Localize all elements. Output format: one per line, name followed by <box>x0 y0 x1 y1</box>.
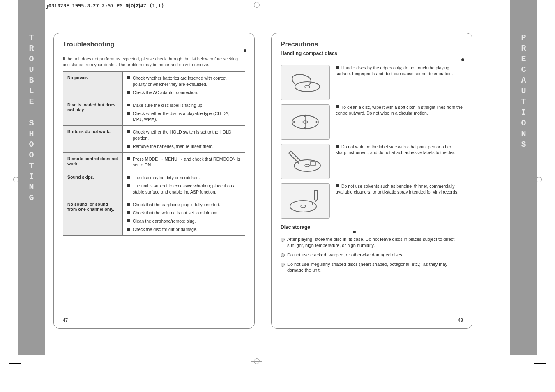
registration-mark-icon <box>252 0 261 9</box>
intro-text: If the unit does not perform as expected… <box>63 56 245 67</box>
remedy-item: Check the AC adaptor connection. <box>127 90 241 95</box>
remedy-item: Check that the volume is not set to mini… <box>127 210 241 216</box>
svg-point-5 <box>305 164 310 167</box>
manual-page-left: Troubleshooting If the unit does not per… <box>53 33 255 329</box>
table-cell-symptom: Remote control does not work. <box>63 152 123 171</box>
troubleshooting-table: No power. Check whether batteries are in… <box>63 71 245 236</box>
storage-item: Do not use cracked, warped, or otherwise… <box>281 252 463 258</box>
remedy-item: Clean the earphone/remote plug. <box>127 218 241 224</box>
remedy-item: Check the disc for dirt or damage. <box>127 226 241 232</box>
precaution-text: Do not write on the label side with a ba… <box>336 144 463 179</box>
registration-mark-icon <box>252 357 261 366</box>
section-tab-label: TROUBLE SHOOTING <box>27 33 36 204</box>
remedy-item: Make sure the disc label is facing up. <box>127 102 241 108</box>
svg-point-8 <box>301 205 306 208</box>
remedy-item: Remove the batteries, then re-insert the… <box>127 143 241 149</box>
storage-list: After playing, store the disc in its cas… <box>281 236 463 273</box>
svg-rect-6 <box>310 162 316 165</box>
storage-item: Do not use irregularly shaped discs (hea… <box>281 261 463 274</box>
precaution-row: To clean a disc, wipe it with a soft clo… <box>281 104 463 140</box>
section-tab-right: PRECAUTIONS <box>510 0 537 355</box>
remedy-item: The disc may be dirty or scratched. <box>127 175 241 180</box>
precaution-row: Do not write on the label side with a ba… <box>281 144 463 179</box>
table-cell-symptom: Sound skips. <box>63 171 123 198</box>
table-cell-symptom: No power. <box>63 72 123 99</box>
remedy-item: Press MODE → MENU → and check that REMOC… <box>127 156 241 168</box>
disc-no-solvent-icon <box>281 183 330 219</box>
manual-page-right: Precautions Handling compact discs Handl… <box>271 33 472 329</box>
precaution-text: Handle discs by the edges only; do not t… <box>336 65 463 100</box>
crop-mark <box>534 363 546 376</box>
table-cell-symptom: Buttons do not work. <box>63 126 123 153</box>
storage-item: After playing, store the disc in its cas… <box>281 236 463 249</box>
svg-point-1 <box>305 85 310 88</box>
svg-point-7 <box>290 201 316 212</box>
disc-wipe-icon <box>281 104 330 140</box>
table-cell-symptom: Disc is loaded but does not play. <box>63 99 123 126</box>
table-cell-remedy: Check whether the HOLD switch is set to … <box>123 126 245 153</box>
page-title: Troubleshooting <box>63 41 245 48</box>
remedy-item: The unit is subject to excessive vibrati… <box>127 183 241 194</box>
remedy-item: Check whether batteries are inserted wit… <box>127 75 241 87</box>
table-cell-symptom: No sound, or sound from one channel only… <box>63 198 123 236</box>
svg-point-4 <box>294 160 320 171</box>
precaution-text: To clean a disc, wipe it with a soft clo… <box>336 104 463 140</box>
section-tab-label: PRECAUTIONS <box>519 33 528 150</box>
divider <box>281 232 355 232</box>
precaution-text: Do not use solvents such as benzine, thi… <box>336 183 463 219</box>
page-subtitle: Handling compact discs <box>281 51 463 56</box>
print-filename: MP700Eng031023F 1995.8.27 2:57 PM 페이지47 … <box>25 2 164 9</box>
page-title: Precautions <box>281 41 463 48</box>
divider <box>281 60 463 60</box>
section-tab-left: TROUBLE SHOOTING <box>18 0 45 355</box>
remedy-item: Check whether the disc is a playable typ… <box>127 111 241 122</box>
divider <box>63 51 245 51</box>
precaution-row: Do not use solvents such as benzine, thi… <box>281 183 463 219</box>
disc-hold-icon <box>281 65 330 100</box>
page-number: 48 <box>458 318 463 323</box>
table-cell-remedy: Check that the earphone plug is fully in… <box>123 198 245 236</box>
crop-mark <box>9 363 21 376</box>
page-number: 47 <box>63 318 68 323</box>
svg-point-0 <box>295 82 320 92</box>
table-cell-remedy: The disc may be dirty or scratched. The … <box>123 171 245 198</box>
remedy-item: Check whether the HOLD switch is set to … <box>127 129 241 141</box>
remedy-item: Check that the earphone plug is fully in… <box>127 202 241 208</box>
storage-heading: Disc storage <box>281 224 463 230</box>
table-cell-remedy: Press MODE → MENU → and check that REMOC… <box>123 152 245 171</box>
precaution-row: Handle discs by the edges only; do not t… <box>281 65 463 100</box>
table-cell-remedy: Make sure the disc label is facing up. C… <box>123 99 245 126</box>
svg-point-9 <box>312 203 313 205</box>
disc-no-write-icon <box>281 144 330 179</box>
table-cell-remedy: Check whether batteries are inserted wit… <box>123 72 245 99</box>
